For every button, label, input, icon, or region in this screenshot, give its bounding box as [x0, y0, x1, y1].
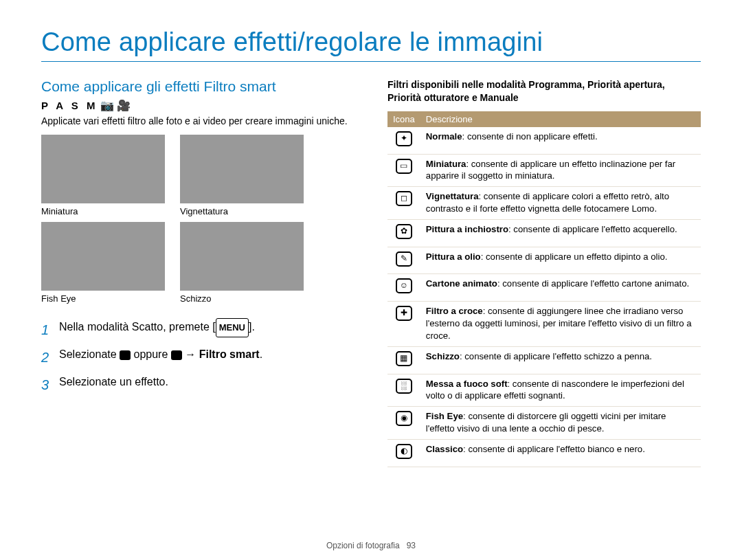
table-row: Classico: consente di applicare l'effett…	[387, 439, 701, 467]
video-icon: 🎥	[117, 99, 131, 112]
thumb-miniatura	[41, 135, 165, 203]
menu-button-icon: MENU	[216, 318, 249, 337]
filter-icon-cell	[387, 274, 420, 302]
step-body: Nella modalità Scatto, premete [MENU].	[59, 316, 355, 344]
example-miniatura: Miniatura	[41, 135, 165, 216]
two-column-layout: Come applicare gli effetti Filtro smart …	[41, 78, 701, 467]
filter-icon-cell	[387, 374, 420, 407]
step-3: 3 Selezionate un effetto.	[41, 371, 355, 399]
filter-name: Miniatura	[426, 159, 466, 169]
filter-icon	[396, 159, 412, 174]
table-row: Pittura a olio: consente di applicare un…	[387, 247, 701, 274]
filter-icon-cell	[387, 407, 420, 440]
filter-description: Classico: consente di applicare l'effett…	[420, 439, 701, 467]
filter-icon-cell	[387, 346, 420, 374]
video-mode-icon	[171, 350, 182, 360]
filter-description: Vignettatura: consente di applicare colo…	[420, 187, 701, 220]
filter-icon-cell	[387, 247, 420, 274]
table-row: Schizzo: consente di applicare l'effetto…	[387, 346, 701, 374]
filter-name: Cartone animato	[426, 278, 497, 289]
bold-text: Filtro smart	[199, 348, 260, 360]
filter-description: Cartone animato: consente di applicare l…	[420, 274, 701, 302]
section-title: Come applicare gli effetti Filtro smart	[41, 78, 355, 95]
intro-text: Applicate vari effetti filtro alle foto …	[41, 115, 355, 128]
table-row: Normale: consente di non applicare effet…	[387, 127, 701, 154]
step-body: Selezionate un effetto.	[59, 371, 355, 399]
caption: Schizzo	[180, 293, 304, 304]
text: Nella modalità Scatto, premete [	[59, 321, 216, 333]
page-footer: Opzioni di fotografia 93	[0, 541, 742, 550]
step-number: 2	[41, 344, 52, 371]
table-row: Filtro a croce: consente di aggiungere l…	[387, 302, 701, 346]
text: Selezionate	[59, 348, 120, 360]
filter-icon-cell	[387, 439, 420, 467]
example-schizzo: Schizzo	[180, 222, 304, 304]
step-number: 1	[41, 316, 52, 344]
mode-letters: P A S M	[41, 100, 98, 111]
filter-icon	[396, 306, 412, 321]
filter-icon-cell	[387, 127, 420, 154]
filter-text: : consente di non applicare effetti.	[462, 131, 598, 142]
table-row: Miniatura: consente di applicare un effe…	[387, 154, 701, 187]
filter-text: : consente di applicare l'effetto carton…	[497, 278, 689, 289]
filter-name: Fish Eye	[426, 411, 463, 421]
thumb-fisheye	[41, 222, 165, 291]
text: →	[182, 348, 199, 360]
text: ].	[249, 321, 255, 333]
filters-intro: Filtri disponibili nelle modalità Progra…	[387, 78, 701, 104]
caption: Vignettatura	[180, 206, 304, 216]
right-column: Filtri disponibili nelle modalità Progra…	[387, 78, 701, 467]
camera-icon: 📷	[100, 99, 114, 112]
filter-icon	[396, 379, 412, 394]
left-column: Come applicare gli effetti Filtro smart …	[41, 78, 355, 467]
filter-description: Fish Eye: consente di distorcere gli ogg…	[420, 407, 701, 440]
footer-page: 93	[407, 541, 416, 550]
example-vignettatura: Vignettatura	[180, 135, 304, 216]
caption: Miniatura	[41, 206, 165, 216]
filter-text: : consente di applicare l'effetto bianco…	[463, 444, 645, 454]
filter-text: : consente di applicare un effetto dipin…	[481, 251, 668, 262]
table-row: Vignettatura: consente di applicare colo…	[387, 187, 701, 220]
filter-text: : consente di applicare l'effetto acquer…	[508, 224, 677, 234]
text: .	[260, 348, 262, 360]
table-row: Fish Eye: consente di distorcere gli ogg…	[387, 407, 701, 440]
filter-icon	[396, 411, 412, 426]
filter-name: Normale	[426, 131, 462, 142]
text: oppure	[131, 348, 171, 360]
filter-icon	[396, 224, 412, 239]
filter-name: Pittura a inchiostro	[426, 224, 508, 234]
page-title: Come applicare effetti/regolare le immag…	[41, 27, 701, 62]
step-number: 3	[41, 371, 52, 399]
table-row: Messa a fuoco soft: consente di nasconde…	[387, 374, 701, 407]
filter-name: Messa a fuoco soft	[426, 379, 508, 389]
filter-icon	[396, 251, 412, 267]
camera-mode-icon	[120, 350, 131, 360]
filter-text: : consente di applicare l'effetto schizz…	[460, 351, 652, 361]
table-row: Pittura a inchiostro: consente di applic…	[387, 219, 701, 247]
filter-icon-cell	[387, 302, 420, 346]
filter-description: Filtro a croce: consente di aggiungere l…	[420, 302, 701, 346]
mode-indicators: P A S M 📷 🎥	[41, 99, 355, 112]
filter-icon	[396, 131, 412, 146]
example-fisheye: Fish Eye	[41, 222, 165, 304]
filter-name: Vignettatura	[426, 191, 479, 201]
filters-tbody: Normale: consente di non applicare effet…	[387, 127, 701, 467]
footer-section: Opzioni di fotografia	[326, 541, 400, 550]
step-2: 2 Selezionate oppure → Filtro smart.	[41, 344, 355, 371]
filter-icon-cell	[387, 219, 420, 247]
filter-name: Classico	[426, 444, 463, 454]
thumb-schizzo	[180, 222, 304, 291]
filter-icon	[396, 278, 412, 293]
filter-icon	[396, 191, 412, 206]
filters-table: Icona Descrizione Normale: consente di n…	[387, 111, 701, 467]
col-desc-header: Descrizione	[420, 111, 701, 127]
filter-name: Schizzo	[426, 351, 460, 361]
steps-list: 1 Nella modalità Scatto, premete [MENU].…	[41, 316, 355, 399]
filter-description: Miniatura: consente di applicare un effe…	[420, 154, 701, 187]
step-1: 1 Nella modalità Scatto, premete [MENU].	[41, 316, 355, 344]
filter-name: Pittura a olio	[426, 251, 481, 262]
filter-icon-cell	[387, 187, 420, 220]
filter-icon-cell	[387, 154, 420, 187]
filter-description: Normale: consente di non applicare effet…	[420, 127, 701, 154]
table-row: Cartone animato: consente di applicare l…	[387, 274, 701, 302]
